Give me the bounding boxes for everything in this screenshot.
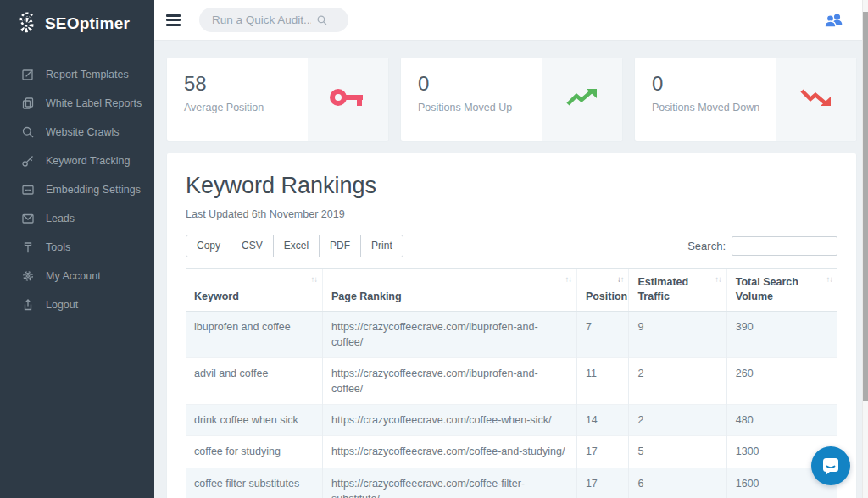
table-header-row: Keyword ↑↓ Page Ranking ↑↓ Position ↓↑ [186,269,837,312]
search-volume-cell: 480 [726,405,837,436]
page-ranking-cell: https://crazycoffeecrave.com/ibuprofen-a… [322,311,576,357]
sidebar-item-label: Report Templates [46,69,129,80]
position-cell: 17 [576,468,629,498]
table-row[interactable]: coffee filter substitutes https://crazyc… [186,468,837,498]
column-header-total-search-volume[interactable]: Total Search Volume ↑↓ [726,269,837,312]
quick-audit-search [199,8,348,32]
stat-card-icon-area [776,58,856,141]
sidebar-item-logout[interactable]: Logout [0,290,154,319]
print-button[interactable]: Print [360,235,403,257]
table-row[interactable]: advil and coffee https://crazycoffeecrav… [186,358,837,405]
sidebar-item-label: Website Crawls [46,126,120,138]
pdf-button[interactable]: PDF [319,235,361,257]
key-icon [21,154,35,168]
logout-icon [21,298,35,312]
mail-icon [21,212,35,225]
sidebar-item-report-templates[interactable]: Report Templates [0,60,154,89]
keyword-cell: drink coffee when sick [186,405,322,436]
stat-card-text: 0 Positions Moved Down [635,58,776,141]
sidebar-item-my-account[interactable]: My Account [0,262,154,290]
table-row[interactable]: coffee for studying https://crazycoffeec… [186,436,837,468]
page-ranking-cell: https://crazycoffeecrave.com/coffee-filt… [322,468,576,498]
estimated-traffic-cell: 2 [629,358,726,405]
sidebar-item-tools[interactable]: Tools [0,233,154,262]
sidebar-item-label: My Account [46,270,101,282]
estimated-traffic-cell: 5 [629,436,726,468]
trend-down-icon [798,86,834,113]
keyword-cell: advil and coffee [186,358,322,405]
sort-icon-active: ↓↑ [617,274,624,285]
sidebar-item-keyword-tracking[interactable]: Keyword Tracking [0,147,154,175]
sort-icon: ↑↓ [310,274,317,285]
stat-label: Positions Moved Up [418,102,542,113]
position-cell: 17 [576,436,629,468]
sidebar-item-leads[interactable]: Leads [0,204,154,233]
estimated-traffic-cell: 9 [629,311,726,357]
column-label: Position [586,290,627,302]
csv-button[interactable]: CSV [231,235,274,257]
column-header-keyword[interactable]: Keyword ↑↓ [186,269,322,312]
stat-label: Positions Moved Down [652,102,776,113]
app-window: SEOptimer Report Templates White Label R… [0,0,868,498]
stat-card-text: 58 Average Position [167,58,308,141]
sort-icon: ↑↓ [826,274,833,285]
search-volume-cell: 260 [726,358,837,405]
estimated-traffic-cell: 6 [629,468,726,498]
stat-card-positions-moved-down: 0 Positions Moved Down [635,58,856,141]
stat-value: 0 [652,72,776,96]
page-ranking-cell: https://crazycoffeecrave.com/ibuprofen-a… [322,358,576,405]
scrollbar-thumb[interactable] [863,12,868,401]
seoptimer-logo-icon [15,11,37,36]
embed-icon [21,183,35,196]
table-row[interactable]: drink coffee when sick https://crazycoff… [186,405,837,436]
sidebar-item-label: White Label Reports [46,97,142,109]
chat-widget-button[interactable] [811,446,850,485]
magnifier-icon [21,125,35,139]
stat-value: 58 [184,72,308,96]
column-header-page-ranking[interactable]: Page Ranking ↑↓ [322,269,576,312]
copy-button[interactable]: Copy [186,235,231,257]
hamburger-menu-icon[interactable] [166,12,181,28]
quick-audit-input[interactable] [199,14,316,26]
sidebar: SEOptimer Report Templates White Label R… [0,0,154,498]
logo-text: SEOptimer [45,14,130,33]
search-volume-cell: 390 [726,311,837,357]
vertical-scrollbar[interactable] [862,0,868,498]
sidebar-item-label: Embedding Settings [46,184,141,196]
hammer-icon [21,241,35,254]
trend-up-icon [565,86,600,113]
edit-icon [21,68,35,81]
column-header-estimated-traffic[interactable]: Estimated Traffic ↑↓ [629,269,726,312]
logo[interactable]: SEOptimer [0,0,154,47]
excel-button[interactable]: Excel [273,235,320,257]
gear-icon [21,269,35,283]
key-icon [329,85,368,113]
sidebar-item-white-label-reports[interactable]: White Label Reports [0,89,154,118]
column-label: Total Search Volume [736,276,798,302]
table-search-label: Search: [687,240,726,252]
keyword-cell: ibuprofen and coffee [186,311,322,357]
stat-cards: 58 Average Position [167,58,856,141]
pages-icon [21,97,35,110]
keyword-rankings-table: Keyword ↑↓ Page Ranking ↑↓ Position ↓↑ [186,268,837,498]
table-search-input[interactable] [732,236,837,256]
page-title: Keyword Rankings [186,173,837,199]
sidebar-item-embedding-settings[interactable]: Embedding Settings [0,175,154,204]
users-icon[interactable] [822,12,844,29]
sidebar-nav: Report Templates White Label Reports Web… [0,60,154,319]
table-row[interactable]: ibuprofen and coffee https://crazycoffee… [186,311,837,357]
stat-card-icon-area [308,58,388,141]
table-toolbar: Copy CSV Excel PDF Print Search: [186,235,837,257]
position-cell: 11 [576,358,629,405]
position-cell: 14 [576,405,629,436]
topbar [154,0,868,41]
sidebar-item-website-crawls[interactable]: Website Crawls [0,118,154,147]
stat-value: 0 [418,72,542,96]
column-header-position[interactable]: Position ↓↑ [576,269,629,312]
keyword-rankings-panel: Keyword Rankings Last Updated 6th Novemb… [167,153,856,498]
export-button-group: Copy CSV Excel PDF Print [186,235,403,257]
position-cell: 7 [576,311,629,357]
main-area: 58 Average Position [154,0,868,498]
stat-card-positions-moved-up: 0 Positions Moved Up [401,58,622,141]
sidebar-item-label: Leads [46,213,75,224]
